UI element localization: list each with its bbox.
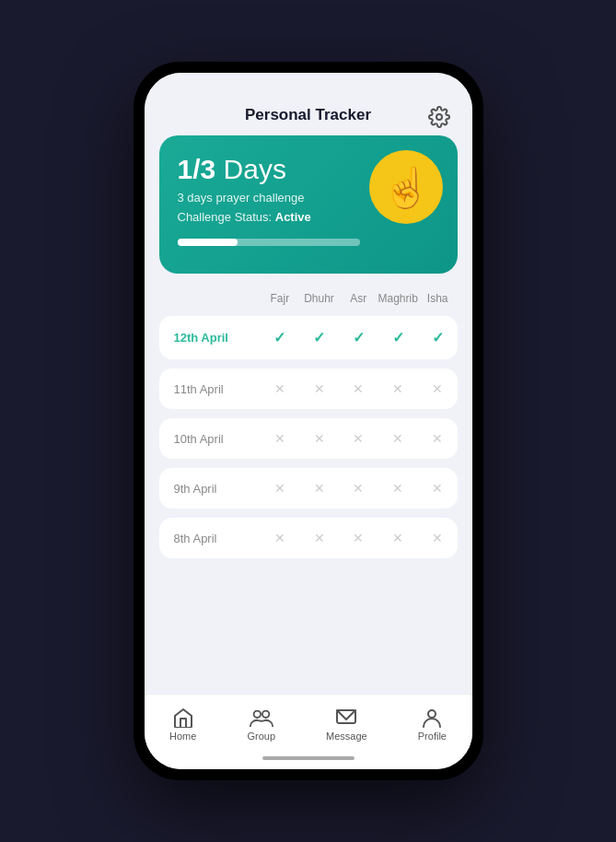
prayer-cell: ✕ [299,531,339,545]
cross-icon: ✕ [274,531,285,545]
prayer-cell: ✕ [339,481,378,496]
check-icon: ✓ [392,329,404,346]
profile-label: Profile [418,731,447,742]
home-indicator [145,751,472,769]
prayer-cell: ✓ [378,329,418,346]
table-row: 9th April✕✕✕✕✕ [159,468,458,509]
prayer-cell: ✕ [339,381,378,396]
cross-icon: ✕ [353,531,364,545]
prayer-cell: ✓ [418,329,458,346]
prayer-cell: ✓ [339,329,378,346]
check-icon: ✓ [353,329,365,346]
prayer-cell: ✕ [261,381,300,396]
home-icon [171,708,195,728]
home-label: Home [169,731,196,742]
challenge-icon: ☝️ [369,150,443,224]
prayer-cell: ✕ [378,481,418,496]
phone-screen: Personal Tracker 1/3 Days 3 days prayer … [145,73,472,769]
cross-icon: ✕ [353,481,364,496]
cross-icon: ✕ [392,481,403,496]
content-scroll: 1/3 Days 3 days prayer challenge Challen… [145,135,472,694]
prayer-cell: ✕ [418,381,458,396]
prayer-cell: ✕ [299,481,339,496]
phone-outer: Personal Tracker 1/3 Days 3 days prayer … [134,62,483,780]
cross-icon: ✕ [392,431,403,446]
bottom-nav: Home Group [145,694,472,751]
cross-icon: ✕ [274,431,285,446]
cross-icon: ✕ [432,531,443,545]
prayer-date: 10th April [159,432,261,446]
maghrib-header: Maghrib [378,292,417,305]
prayer-cell: ✕ [261,481,300,496]
cross-icon: ✕ [432,481,443,496]
check-icon: ✓ [313,329,325,346]
nav-group[interactable]: Group [232,704,290,745]
page-title: Personal Tracker [245,106,371,124]
prayer-date: 8th April [159,532,261,545]
prayer-cell: ✕ [378,381,418,396]
prayer-cell: ✕ [339,531,378,545]
prayer-cell: ✕ [299,431,339,446]
prayer-date: 11th April [159,382,261,396]
nav-home[interactable]: Home [155,704,211,745]
group-icon [250,708,273,728]
table-row: 11th April✕✕✕✕✕ [159,368,458,409]
prayer-date: 9th April [159,482,261,496]
asr-header: Asr [339,292,378,305]
gear-icon [428,106,450,128]
date-column-header [159,292,261,305]
nav-profile[interactable]: Profile [403,704,461,745]
nav-message[interactable]: Message [311,704,382,745]
challenge-days-label: Days [224,154,286,184]
home-bar [262,756,354,760]
cross-icon: ✕ [274,481,285,496]
svg-point-4 [428,710,436,718]
cross-icon: ✕ [314,381,325,396]
group-label: Group [247,731,275,742]
prayer-cell: ✕ [299,381,339,396]
cross-icon: ✕ [274,381,285,396]
status-bar [145,73,472,99]
message-label: Message [326,731,367,742]
prayer-cell: ✕ [339,431,378,446]
cross-icon: ✕ [432,381,443,396]
prayer-cell: ✕ [418,431,458,446]
prayer-table-container: Fajr Dhuhr Asr Maghrib Isha 12th April✓✓… [145,288,472,694]
prayer-rows: 12th April✓✓✓✓✓11th April✕✕✕✕✕10th April… [159,316,458,558]
check-icon: ✓ [273,329,285,346]
profile-icon [420,708,444,728]
cross-icon: ✕ [314,531,325,545]
prayer-cell: ✕ [418,481,458,496]
check-icon: ✓ [432,329,444,346]
prayer-cell: ✕ [261,431,300,446]
prayer-cell: ✕ [378,531,418,545]
message-icon [334,708,358,728]
cross-icon: ✕ [314,431,325,446]
svg-point-0 [436,114,442,120]
cross-icon: ✕ [353,381,364,396]
prayer-cell: ✓ [299,329,339,346]
challenge-status-prefix: Challenge Status: [178,210,273,224]
table-row: 8th April✕✕✕✕✕ [159,518,458,558]
isha-header: Isha [418,292,458,305]
prayer-cell: ✕ [378,431,418,446]
progress-bar-fill [178,239,238,246]
prayer-date: 12th April [159,331,261,345]
challenge-card: 1/3 Days 3 days prayer challenge Challen… [159,135,458,274]
cross-icon: ✕ [314,481,325,496]
table-row: 10th April✕✕✕✕✕ [159,418,458,459]
fajr-header: Fajr [261,292,300,305]
prayer-header-row: Fajr Dhuhr Asr Maghrib Isha [159,288,458,312]
settings-button[interactable] [424,102,454,132]
prayer-cell: ✓ [261,329,300,346]
challenge-days-current: 1/3 [178,154,216,184]
svg-point-1 [253,711,260,718]
cross-icon: ✕ [392,531,403,545]
challenge-status-value: Active [275,210,311,224]
cross-icon: ✕ [353,431,364,446]
cross-icon: ✕ [432,431,443,446]
dhuhr-header: Dhuhr [299,292,339,305]
prayer-cell: ✕ [418,531,458,545]
progress-bar-background [178,239,361,246]
svg-point-2 [262,711,269,718]
